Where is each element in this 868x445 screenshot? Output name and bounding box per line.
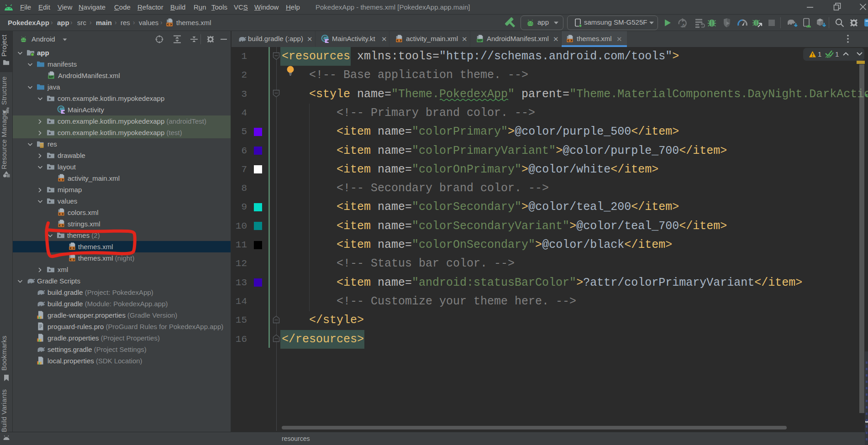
svg-text:A: A — [682, 23, 685, 28]
